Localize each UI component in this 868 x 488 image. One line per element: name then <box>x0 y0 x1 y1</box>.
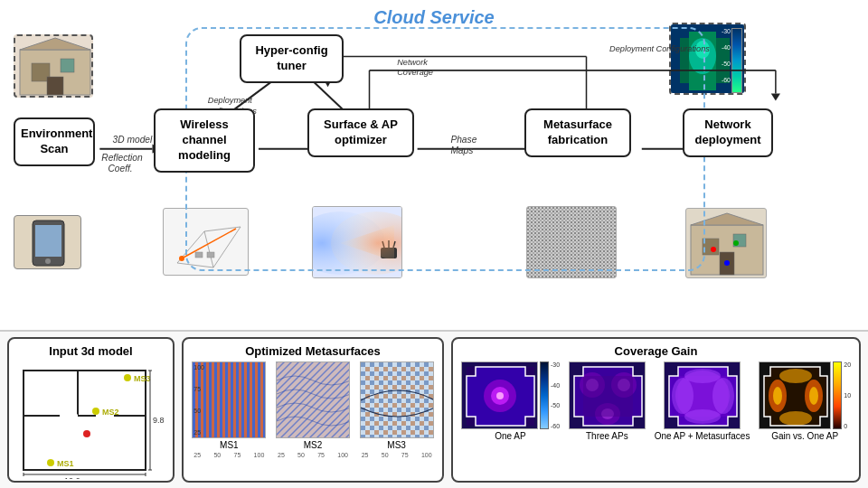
coverage-gain-panel: Coverage Gain <box>451 337 861 483</box>
svg-point-147 <box>809 387 818 405</box>
svg-text:10.6m: 10.6m <box>64 476 87 479</box>
panel-coverage-title: Coverage Gain <box>458 344 854 358</box>
svg-rect-110 <box>361 362 434 438</box>
one-ap-meta-container: One AP + Metasurfaces <box>655 361 750 441</box>
svg-rect-76 <box>24 371 146 470</box>
ms3-image <box>360 361 434 438</box>
panel-3d-title: Input 3d model <box>14 344 167 358</box>
ms2-label: MS2 <box>304 440 323 450</box>
svg-point-37 <box>45 258 51 264</box>
meta-images-container: 100755025 MS1 255075100 <box>189 361 437 458</box>
svg-point-145 <box>779 411 812 426</box>
svg-point-46 <box>179 256 184 261</box>
bottom-section: Input 3d model MS3 MS2 MS1 <box>0 330 868 488</box>
ms1-label: MS1 <box>220 440 239 450</box>
ms2-x-labels: 255075100 <box>276 452 350 458</box>
svg-rect-33 <box>61 59 74 72</box>
coverage-images-container: -30-40-50-60 One AP <box>458 361 854 441</box>
svg-point-144 <box>779 369 812 383</box>
hyper-config-tuner-box: Hyper-configtuner <box>240 34 344 83</box>
cloud-service-label: Cloud Service <box>373 7 494 28</box>
three-ap-label: Three APs <box>586 431 628 441</box>
svg-rect-77 <box>24 371 78 416</box>
svg-text:MS1: MS1 <box>57 459 74 468</box>
svg-rect-36 <box>35 225 61 257</box>
svg-rect-79 <box>24 416 146 470</box>
svg-point-136 <box>712 378 734 414</box>
network-deployment-box: Networkdeployment <box>683 108 773 157</box>
wireless-channel-box: Wirelesschannelmodeling <box>154 108 255 173</box>
svg-marker-31 <box>20 38 90 50</box>
svg-rect-106 <box>277 362 350 438</box>
ms1-image: 100755025 <box>192 361 266 438</box>
ms3-x-labels: 255075100 <box>360 452 434 458</box>
svg-point-117 <box>496 392 504 399</box>
panel-meta-title: Optimized Metasurfaces <box>189 344 437 358</box>
input-3d-model-panel: Input 3d model MS3 MS2 MS1 <box>7 337 175 483</box>
ms1-x-labels: 255075100 <box>192 452 266 458</box>
svg-text:3D model: 3D model <box>113 135 153 145</box>
env-scan-thumbnail <box>14 34 93 98</box>
svg-point-146 <box>773 387 782 405</box>
ms3-label: MS3 <box>387 440 406 450</box>
svg-point-135 <box>672 378 693 414</box>
svg-point-73 <box>711 247 716 252</box>
optimized-metasurfaces-panel: Optimized Metasurfaces <box>182 337 444 483</box>
svg-point-75 <box>724 260 730 266</box>
metasurface-fabrication-box: Metasurfacefabrication <box>524 108 631 157</box>
svg-point-74 <box>733 240 739 246</box>
gain-vs-one-ap-label: Gain vs. One AP <box>771 431 838 441</box>
one-ap-heatmap <box>461 361 538 429</box>
svg-text:Coeff.: Coeff. <box>108 164 132 174</box>
ms2-image <box>276 361 350 438</box>
svg-point-138 <box>684 409 721 424</box>
one-ap-container: -30-40-50-60 One AP <box>461 361 560 441</box>
ms1-container: 100755025 MS1 255075100 <box>192 361 266 458</box>
svg-point-90 <box>83 430 90 437</box>
ms3-container: MS3 255075100 <box>360 361 434 458</box>
surface-ap-optimizer-box: Surface & APoptimizer <box>307 108 414 157</box>
three-ap-container: Three APs <box>569 361 646 441</box>
gain-vs-one-ap-container: 20100 Gain vs. One AP <box>759 361 851 441</box>
gain-vs-one-ap-heatmap <box>759 361 831 429</box>
svg-point-86 <box>92 408 99 415</box>
env-scan-box: EnvironmentScan <box>14 117 95 166</box>
floorplan-svg: MS3 MS2 MS1 9.8m 10.6m <box>14 361 164 479</box>
ms2-container: MS2 255075100 <box>276 361 350 458</box>
top-section: Cloud Service 3D model Reflection Coeff.… <box>0 0 868 325</box>
svg-text:MS2: MS2 <box>102 408 119 417</box>
svg-rect-128 <box>574 376 642 417</box>
svg-text:Reflection: Reflection <box>101 153 143 163</box>
svg-text:MS3: MS3 <box>134 374 151 383</box>
one-ap-meta-heatmap <box>664 361 741 429</box>
svg-point-84 <box>124 374 131 381</box>
one-ap-meta-label: One AP + Metasurfaces <box>655 431 750 441</box>
svg-text:9.8m: 9.8m <box>153 416 164 425</box>
one-ap-label: One AP <box>495 431 525 441</box>
phone-thumbnail <box>14 215 81 269</box>
svg-rect-34 <box>47 77 63 95</box>
svg-point-88 <box>47 459 54 466</box>
three-ap-heatmap <box>569 361 646 429</box>
svg-point-137 <box>684 369 721 383</box>
svg-marker-22 <box>771 93 780 100</box>
